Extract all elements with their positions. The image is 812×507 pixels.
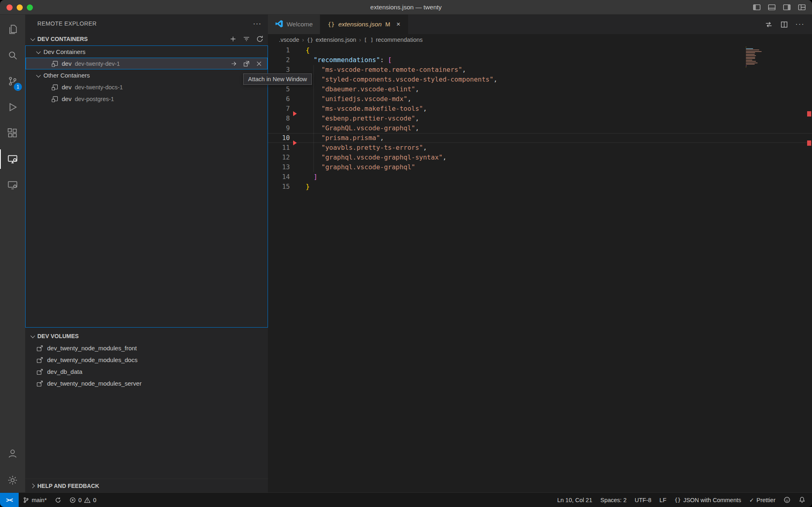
toggle-panel-icon[interactable]: [767, 3, 776, 12]
close-icon[interactable]: [255, 60, 263, 67]
extensions-icon[interactable]: [0, 120, 25, 146]
tab-welcome[interactable]: Welcome: [268, 15, 320, 34]
code-line-15[interactable]: 15}: [268, 182, 812, 192]
sync-changes-button[interactable]: [51, 493, 65, 507]
problems-status[interactable]: 0 0: [65, 493, 100, 507]
code-line-7[interactable]: 7 "ms-vscode.makefile-tools",: [268, 104, 812, 114]
error-icon: [69, 497, 76, 503]
code-line-11[interactable]: 11 "yoavbls.pretty-ts-errors",: [268, 143, 812, 153]
source-control-icon[interactable]: 1: [0, 68, 25, 94]
open-changes-icon[interactable]: [764, 20, 773, 29]
git-branch-icon: [23, 497, 29, 503]
code-line-10[interactable]: 10 "prisma.prisma",: [268, 133, 812, 143]
overview-ruler[interactable]: [806, 45, 812, 492]
encoding-status[interactable]: UTF-8: [631, 493, 655, 507]
filter-icon[interactable]: [242, 35, 251, 43]
more-actions-icon[interactable]: ···: [795, 20, 805, 28]
remote-indicator[interactable]: ><: [0, 493, 19, 507]
notifications-bell-icon[interactable]: [795, 493, 810, 507]
container-item-dev-twenty-docs-1[interactable]: devdev-twenty-docs-1: [26, 81, 268, 93]
code-line-14[interactable]: 14 ]: [268, 172, 812, 182]
line-content: "unifiedjs.vscode-mdx",: [290, 94, 411, 104]
volume-icon: [36, 380, 43, 387]
line-content: "ms-vscode.makefile-tools",: [290, 104, 427, 114]
editor-group: Welcome {} extensions.json M × ··· .vsco…: [268, 15, 812, 492]
code-line-13[interactable]: 13 "graphql.vscode-graphql": [268, 162, 812, 172]
code-editor[interactable]: 1{2 "recommendations": [3 "ms-vscode-rem…: [268, 45, 812, 492]
titlebar: extensions.json — twenty: [0, 0, 812, 15]
split-editor-icon[interactable]: [780, 20, 788, 29]
minimap[interactable]: [746, 47, 773, 68]
new-dev-container-icon[interactable]: [229, 35, 237, 43]
container-item-dev-twenty-dev-1[interactable]: devdev-twenty-dev-1: [26, 58, 268, 69]
volume-label: dev_twenty_node_modules_front: [47, 345, 137, 352]
code-line-5[interactable]: 5 "dbaeumer.vscode-eslint",: [268, 84, 812, 94]
run-debug-icon[interactable]: [0, 94, 25, 120]
attach-new-window-icon[interactable]: [243, 60, 250, 67]
container-item-dev-postgres-1[interactable]: devdev-postgres-1: [26, 93, 268, 105]
minimap-line: [746, 52, 755, 53]
line-number: 1: [268, 45, 290, 55]
volume-item-dev_twenty_node_modules_front[interactable]: dev_twenty_node_modules_front: [25, 342, 268, 354]
breadcrumb-file[interactable]: {}extensions.json: [307, 37, 356, 43]
container-label: dev: [62, 84, 71, 91]
tab-extensions-json[interactable]: {} extensions.json M ×: [320, 15, 408, 34]
refresh-icon[interactable]: [256, 35, 264, 43]
volume-item-dev_db_data[interactable]: dev_db_data: [25, 366, 268, 378]
explorer-icon[interactable]: [0, 16, 25, 42]
eol-status[interactable]: LF: [655, 493, 670, 507]
breadcrumb-symbol[interactable]: [ ]recommendations: [364, 37, 423, 43]
code-line-12[interactable]: 12 "graphql.vscode-graphql-syntax",: [268, 153, 812, 162]
close-tab-icon[interactable]: ×: [396, 20, 400, 28]
volume-label: dev_twenty_node_modules_server: [47, 380, 142, 387]
breadcrumb: .vscode › {}extensions.json › [ ]recomme…: [268, 34, 812, 45]
help-and-feedback-section-header[interactable]: HELP AND FEEDBACK: [25, 479, 268, 492]
tree-group-other-containers[interactable]: Other Containers: [26, 69, 268, 81]
git-deleted-marker[interactable]: [293, 140, 297, 145]
remote-explorer-icon[interactable]: [0, 146, 25, 172]
editor-actions: ···: [764, 15, 812, 34]
code-line-2[interactable]: 2 "recommendations": [: [268, 55, 812, 65]
code-line-1[interactable]: 1{: [268, 45, 812, 55]
check-icon: ✓: [749, 497, 754, 503]
formatter-status[interactable]: ✓ Prettier: [745, 493, 780, 507]
code-lines: 1{2 "recommendations": [3 "ms-vscode-rem…: [268, 45, 812, 192]
window-title: extensions.json — twenty: [370, 4, 442, 11]
settings-gear-icon[interactable]: [0, 468, 25, 492]
container-description: dev-postgres-1: [75, 96, 114, 102]
volume-item-dev_twenty_node_modules_docs[interactable]: dev_twenty_node_modules_docs: [25, 354, 268, 366]
macos-close-button[interactable]: [6, 4, 13, 11]
code-line-3[interactable]: 3 "ms-vscode-remote.remote-containers",: [268, 65, 812, 75]
indentation-status[interactable]: Spaces: 2: [596, 493, 631, 507]
code-line-8[interactable]: 8 "esbenp.prettier-vscode",: [268, 114, 812, 123]
code-line-4[interactable]: 4 "styled-components.vscode-styled-compo…: [268, 75, 812, 84]
container-description: dev-twenty-dev-1: [75, 60, 120, 67]
dev-containers-icon[interactable]: [0, 172, 25, 198]
row-actions: [230, 60, 268, 67]
language-mode[interactable]: {} JSON with Comments: [670, 493, 745, 507]
dev-containers-section-header[interactable]: DEV CONTAINERS: [25, 32, 268, 45]
customize-layout-icon[interactable]: [797, 3, 806, 12]
more-actions-icon[interactable]: ···: [253, 19, 261, 28]
accounts-icon[interactable]: [0, 440, 25, 466]
minimap-line: [746, 63, 758, 63]
volume-item-dev_twenty_node_modules_server[interactable]: dev_twenty_node_modules_server: [25, 378, 268, 389]
dev-volumes-section-header[interactable]: DEV VOLUMES: [25, 330, 268, 342]
macos-zoom-button[interactable]: [27, 4, 33, 11]
container-description: dev-twenty-docs-1: [75, 84, 123, 91]
macos-minimize-button[interactable]: [17, 4, 23, 11]
tab-label: extensions.json: [338, 21, 382, 28]
toggle-primary-sidebar-icon[interactable]: [752, 3, 761, 12]
tree-group-dev-containers[interactable]: Dev Containers: [26, 46, 268, 58]
feedback-smiley-icon[interactable]: [780, 493, 795, 507]
toggle-secondary-sidebar-icon[interactable]: [782, 3, 791, 12]
attach-current-window-icon[interactable]: [230, 60, 238, 67]
git-branch-status[interactable]: main*: [19, 493, 51, 507]
code-line-9[interactable]: 9 "GraphQL.vscode-graphql",: [268, 123, 812, 133]
breadcrumb-folder[interactable]: .vscode: [279, 37, 299, 43]
git-deleted-marker[interactable]: [293, 111, 297, 116]
cursor-position[interactable]: Ln 10, Col 21: [553, 493, 596, 507]
search-icon[interactable]: [0, 42, 25, 68]
source-control-badge: 1: [14, 83, 22, 91]
code-line-6[interactable]: 6 "unifiedjs.vscode-mdx",: [268, 94, 812, 104]
